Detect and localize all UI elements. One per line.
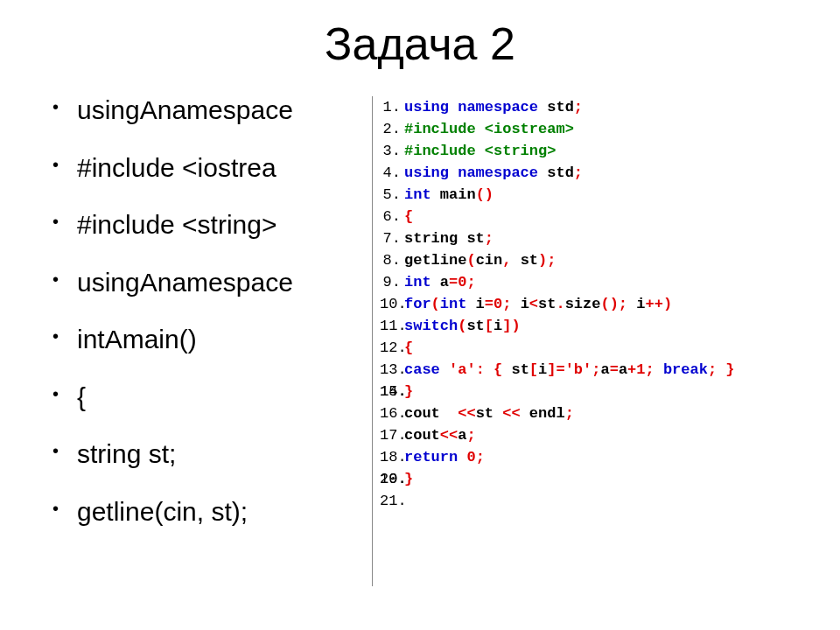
code-line: 10.for(int i=0; i<st.size(); i++) (380, 293, 735, 315)
code-token: using namespace (404, 99, 538, 116)
code-token: ; (502, 296, 511, 312)
code-line: 12.{ (380, 337, 735, 359)
code-token: cin (476, 252, 503, 269)
code-line: 18.return 0; (380, 446, 735, 468)
line-number: 1. (380, 96, 401, 118)
code-token: { (404, 208, 413, 225)
line-number: 16. (380, 402, 401, 424)
code-token: ); (538, 252, 556, 269)
code-line: 9.int a=0; (380, 271, 735, 293)
code-token: st (511, 252, 538, 269)
code-token: : (476, 361, 485, 378)
code-token: 1 (636, 361, 645, 378)
code-token: #include <iostream> (404, 121, 574, 137)
bullet-item: intАmain() (52, 326, 372, 354)
bullet-item: string st; (52, 440, 372, 468)
code-token: << (440, 427, 458, 444)
code-token: { (494, 361, 502, 378)
line-number: 20. (380, 468, 401, 490)
code-token: break (663, 361, 708, 378)
code-token: + (627, 361, 636, 378)
line-number: 2. (380, 118, 401, 140)
code-line: 15.} (380, 381, 735, 402)
code-token: int (440, 296, 467, 312)
code-token: < (529, 296, 538, 312)
code-line: 7.string st; (380, 228, 735, 249)
code-token: getline (404, 252, 466, 269)
code-token: #include <string> (404, 143, 556, 159)
code-token: () (476, 186, 494, 203)
code-token (654, 361, 663, 378)
code-token: string st (404, 230, 485, 247)
code-token: ; (466, 274, 475, 290)
line-number: 9. (380, 271, 401, 293)
bullet-item: usingАnamespace (52, 269, 372, 297)
code-token: i (494, 318, 502, 334)
code-token: ++) (645, 296, 672, 312)
code-token: ; (574, 164, 583, 181)
code-line: 6.{ (380, 206, 735, 228)
code-token: = (449, 274, 458, 290)
code-token: using namespace (404, 164, 538, 181)
slide-content: usingАnamespace #include <iostrea #inclu… (35, 96, 805, 586)
code-token (458, 449, 466, 466)
code-line: 1.using namespace std; (380, 96, 735, 118)
code-token: ( (466, 252, 475, 269)
code-token: case (404, 361, 440, 378)
line-number: 8. (380, 249, 401, 271)
code-token: [ (485, 318, 494, 334)
line-number: 3. (380, 140, 401, 162)
code-token: , (502, 252, 511, 269)
code-line: 2.#include <iostream> (380, 118, 735, 140)
code-token (717, 361, 725, 378)
code-column: 1.using namespace std;2.#include <iostre… (372, 96, 735, 586)
bullet-column: usingАnamespace #include <iostrea #inclu… (35, 96, 372, 555)
code-token: ; (565, 405, 574, 422)
code-token: . (556, 296, 564, 312)
code-token: } (725, 361, 734, 378)
code-token: ; (476, 449, 485, 466)
code-listing: 1.using namespace std;2.#include <iostre… (380, 96, 735, 490)
code-token: size (565, 296, 601, 312)
code-line: 4.using namespace std; (380, 162, 735, 184)
code-token: a (600, 361, 609, 378)
code-token (440, 361, 449, 378)
code-token: ; (645, 361, 654, 378)
code-token: return (404, 449, 458, 466)
code-token: st (476, 405, 503, 422)
code-token: ; (592, 361, 600, 378)
line-number: 5. (380, 184, 401, 206)
code-token: a (619, 361, 627, 378)
line-number: 6. (380, 206, 401, 228)
line-number: 17. (380, 424, 401, 446)
code-token: st (538, 296, 556, 312)
code-line: 3.#include <string> (380, 140, 735, 162)
bullet-item: #include <iostrea (52, 154, 372, 182)
code-token: ; (466, 427, 475, 444)
code-token: a (458, 427, 466, 444)
code-token: std (538, 164, 574, 181)
code-token: ]= (547, 361, 564, 378)
code-token: [ (529, 361, 538, 378)
code-line: 20.} (380, 468, 735, 490)
code-token: ]) (502, 318, 520, 334)
bullet-item: getline(cin, st); (52, 498, 372, 526)
line-number: 12. (380, 337, 401, 359)
slide: Задача 2 usingАnamespace #include <iostr… (0, 0, 840, 630)
code-token: a (431, 274, 449, 290)
code-token: int (404, 274, 431, 290)
code-token: 0 (466, 449, 475, 466)
line-number: 21. (380, 490, 401, 512)
line-number: 13. (380, 359, 401, 381)
line-number: 11. (380, 315, 401, 337)
code-token: st (466, 318, 484, 334)
bullet-item: #include <string> (52, 211, 372, 239)
code-token: endl (521, 405, 565, 422)
code-token: 0 (458, 274, 466, 290)
code-line: 16.cout <<st << endl; (380, 402, 735, 424)
code-token: switch (404, 318, 458, 334)
code-token: std (538, 99, 574, 116)
code-token: ; (574, 99, 583, 116)
code-token: cout (404, 427, 440, 444)
code-token: ; (708, 361, 717, 378)
